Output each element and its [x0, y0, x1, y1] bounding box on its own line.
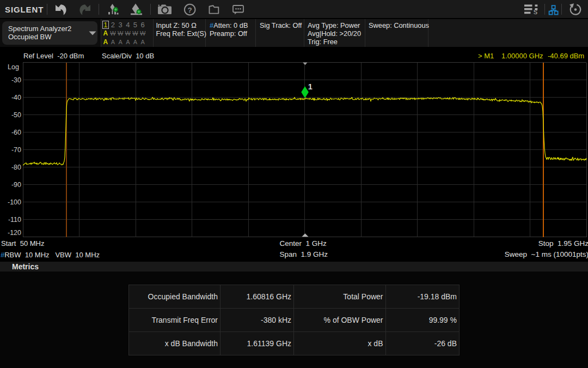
svg-text:1: 1 [308, 82, 313, 91]
svg-text:?: ? [188, 6, 192, 14]
svg-text:S: S [534, 9, 537, 15]
